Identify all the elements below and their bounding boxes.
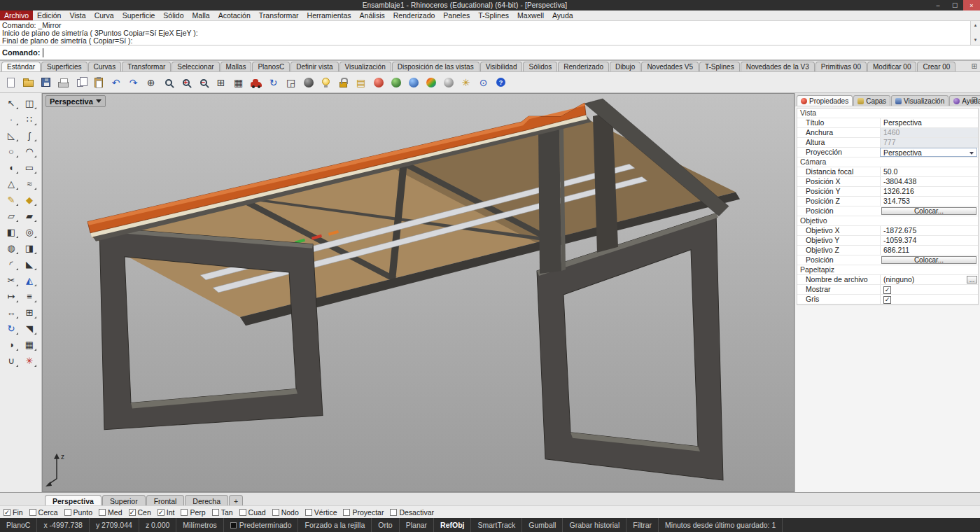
material-blue-icon[interactable] (405, 74, 421, 91)
join-icon[interactable]: ∪ (3, 353, 20, 368)
extend-icon[interactable]: ↦ (3, 288, 20, 304)
osnap-option[interactable]: Med (99, 508, 122, 517)
menu-item[interactable]: Paneles (439, 10, 474, 20)
redo-icon[interactable]: ↷ (125, 74, 141, 91)
material-red-icon[interactable] (370, 74, 386, 91)
viewport-tab-superior[interactable]: Superior (102, 495, 146, 505)
autosave-info[interactable]: Minutos desde último guardado: 1 (659, 518, 783, 532)
sweep-icon[interactable]: ◍ (3, 240, 20, 255)
property-value[interactable]: Perspectiva (880, 118, 978, 127)
zoom-in-icon[interactable] (178, 74, 194, 91)
layer-pane[interactable]: Predeterminado (224, 518, 299, 532)
property-value[interactable]: -1872.675 (880, 226, 978, 235)
toolbar-tab[interactable]: Definir vista (290, 62, 338, 71)
save-icon[interactable] (38, 74, 54, 91)
osnap-toggle[interactable]: RefObj (434, 518, 471, 532)
property-value[interactable]: 1460 (880, 128, 978, 137)
viewport-layout-icon[interactable]: ⊞ (213, 74, 229, 91)
gumball-toggle[interactable]: Gumball (522, 518, 563, 532)
toolbar-tab[interactable]: Seleccionar (172, 62, 219, 71)
checkbox[interactable] (305, 509, 312, 516)
property-value[interactable] (880, 216, 978, 225)
shaded-view-icon[interactable] (300, 74, 316, 91)
property-value[interactable] (880, 285, 978, 294)
wand-icon[interactable]: ✳ (458, 74, 474, 91)
selection-filter-icon[interactable]: ◫ (21, 95, 38, 111)
copy-icon[interactable] (73, 74, 89, 91)
tabbar-menu-icon[interactable]: ⊞ (972, 62, 977, 70)
fillet-icon[interactable]: ◜ (3, 256, 20, 272)
freeform-icon[interactable]: ≈ (21, 176, 38, 191)
toolbar-tab[interactable]: Novedades V5 (641, 62, 699, 71)
menu-item[interactable]: Herramientas (303, 10, 356, 20)
minimize-button[interactable]: – (930, 0, 946, 10)
property-value[interactable]: Perspectiva (880, 148, 977, 157)
toolbar-tab[interactable]: Transformar (122, 62, 171, 71)
tab-propiedades[interactable]: Propiedades (797, 95, 853, 106)
property-value[interactable] (880, 265, 978, 274)
menu-item[interactable]: Vista (65, 10, 90, 20)
property-value[interactable]: -1059.374 (880, 236, 978, 245)
menu-item[interactable]: Curva (90, 10, 118, 20)
rectangle-icon[interactable]: ▭ (21, 160, 38, 175)
copy-object-icon[interactable]: ⊞ (21, 304, 38, 320)
command-scrollbar[interactable]: ▲ ▼ (970, 21, 980, 45)
trim-icon[interactable]: ✂ (3, 272, 20, 288)
maximize-button[interactable]: ☐ (946, 0, 963, 10)
checkbox[interactable] (158, 509, 164, 516)
toolbar-tab[interactable]: T-Splines (699, 62, 740, 71)
ellipse-icon[interactable]: ◖ (3, 160, 20, 175)
property-value[interactable] (880, 108, 978, 118)
osnap-option[interactable]: Proyectar (343, 508, 384, 517)
checkbox[interactable] (29, 509, 36, 516)
menu-item[interactable]: Análisis (356, 10, 389, 20)
toolbar-tab[interactable]: Curvas (88, 62, 122, 71)
osnap-option[interactable]: Desactivar (390, 508, 434, 517)
menu-item[interactable]: Renderizado (389, 10, 440, 20)
print-icon[interactable] (55, 74, 71, 91)
explode-icon[interactable]: ✳ (21, 353, 38, 368)
toolbar-tab[interactable]: Superficies (41, 62, 87, 71)
units-pane[interactable]: Milímetros (176, 518, 223, 532)
toolbar-tab[interactable]: Mallas (220, 62, 252, 71)
material-rainbow-icon[interactable] (423, 74, 439, 91)
table-model[interactable] (88, 99, 740, 480)
smarttrack-toggle[interactable]: SmartTrack (471, 518, 522, 532)
osnap-option[interactable]: Cen (129, 508, 151, 517)
viewport-tab-perspectiva[interactable]: Perspectiva (45, 495, 102, 505)
property-value[interactable]: Colocar... (881, 207, 976, 215)
loft-icon[interactable]: ◧ (3, 224, 20, 239)
checkbox[interactable] (4, 509, 10, 516)
new-file-icon[interactable] (3, 74, 19, 91)
scroll-down-icon[interactable]: ▼ (974, 36, 978, 44)
menu-item[interactable]: Edición (33, 10, 65, 20)
grid-snap-toggle[interactable]: Forzado a la rejilla (298, 518, 372, 532)
tab-visualizacion[interactable]: Visualización (891, 95, 948, 106)
viewport-menu-icon[interactable] (96, 99, 102, 106)
checkbox[interactable] (99, 509, 106, 516)
checkbox[interactable] (64, 509, 71, 516)
toolbar-tab[interactable]: PlanosC (252, 62, 290, 71)
offset-icon[interactable]: ≡ (21, 288, 38, 304)
toolbar-tab[interactable]: Disposición de las vistas (392, 62, 479, 71)
checkbox[interactable] (212, 509, 219, 516)
y-coordinate[interactable]: y 2709.044 (90, 518, 139, 532)
plane-icon[interactable]: ▰ (21, 208, 38, 223)
gumball-icon[interactable]: ⊙ (475, 74, 491, 91)
revolve-icon[interactable]: ◎ (21, 224, 38, 239)
menu-item[interactable]: Archivo (0, 10, 33, 20)
property-value[interactable]: 686.211 (880, 246, 978, 255)
property-value[interactable]: Colocar... (881, 256, 976, 264)
render-sphere-icon[interactable] (440, 74, 456, 91)
checkbox[interactable] (239, 509, 246, 516)
lock-icon[interactable] (335, 74, 351, 91)
property-value[interactable]: 50.0 (880, 167, 978, 176)
osnap-option[interactable]: Int (158, 508, 175, 517)
menu-item[interactable]: Ayuda (548, 10, 578, 20)
command-history[interactable]: Comando: _MirrorInicio de plano de simet… (0, 21, 980, 46)
browse-button[interactable]: ... (967, 276, 977, 284)
osnap-option[interactable]: Cerca (29, 508, 58, 517)
rotate-view-icon[interactable]: ↻ (265, 74, 281, 91)
osnap-option[interactable]: Perp (181, 508, 205, 517)
checkbox[interactable] (390, 509, 397, 516)
